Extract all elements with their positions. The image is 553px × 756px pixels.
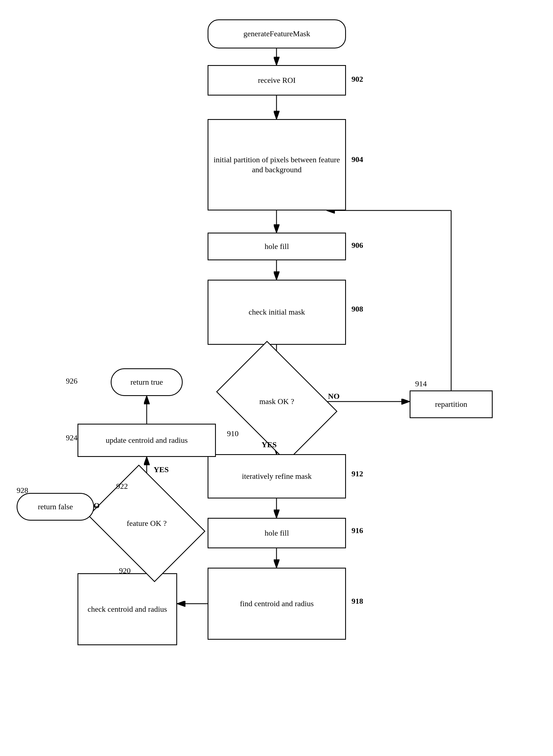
node-922-label: feature OK ? — [127, 519, 167, 528]
node-918: find centroid and radius — [208, 568, 346, 640]
node-906: hole fill — [208, 232, 346, 260]
ref-910: 910 — [227, 429, 239, 438]
ref-908: 908 — [351, 304, 363, 314]
ref-904: 904 — [351, 155, 363, 164]
flowchart-container: generateFeatureMask receive ROI 902 init… — [0, 0, 553, 756]
node-914-label: repartition — [435, 399, 468, 409]
ref-916: 916 — [351, 526, 363, 535]
ref-906: 906 — [351, 241, 363, 250]
start-label: generateFeatureMask — [244, 29, 310, 39]
node-906-label: hole fill — [264, 242, 289, 252]
node-912: iteratively refine mask — [208, 454, 346, 498]
node-910: mask OK ? — [227, 365, 327, 437]
node-920: check centroid and radius — [78, 573, 177, 645]
node-928-label: return false — [38, 502, 73, 512]
node-920-label: check centroid and radius — [88, 604, 167, 614]
node-928: return false — [17, 493, 94, 521]
node-924-label: update centroid and radius — [106, 435, 188, 445]
ref-912: 912 — [351, 469, 363, 478]
start-node: generateFeatureMask — [208, 19, 346, 49]
ref-924: 924 — [66, 433, 78, 442]
node-908-label: check initial mask — [248, 307, 305, 317]
node-904: initial partition of pixels between feat… — [208, 119, 346, 210]
ref-928: 928 — [17, 486, 28, 495]
node-922: feature OK ? — [100, 487, 194, 559]
node-916-label: hole fill — [264, 528, 289, 538]
yes-label-1: YES — [261, 440, 276, 449]
ref-918: 918 — [351, 597, 363, 606]
no-label-1: NO — [328, 392, 340, 401]
ref-926: 926 — [66, 376, 78, 386]
ref-920: 920 — [119, 566, 131, 575]
node-918-label: find centroid and radius — [240, 599, 314, 609]
node-924: update centroid and radius — [78, 424, 216, 457]
node-914: repartition — [410, 391, 493, 418]
ref-922: 922 — [116, 482, 128, 491]
node-916: hole fill — [208, 518, 346, 548]
ref-902: 902 — [351, 75, 363, 84]
node-910-label: mask OK ? — [259, 397, 294, 406]
node-904-label: initial partition of pixels between feat… — [209, 155, 345, 175]
node-902: receive ROI — [208, 65, 346, 95]
yes-label-2: YES — [154, 465, 169, 474]
node-912-label: iteratively refine mask — [242, 471, 312, 481]
node-926: return true — [111, 368, 183, 396]
node-908: check initial mask — [208, 280, 346, 345]
node-926-label: return true — [130, 377, 163, 387]
ref-914: 914 — [415, 380, 427, 388]
node-902-label: receive ROI — [258, 75, 296, 85]
